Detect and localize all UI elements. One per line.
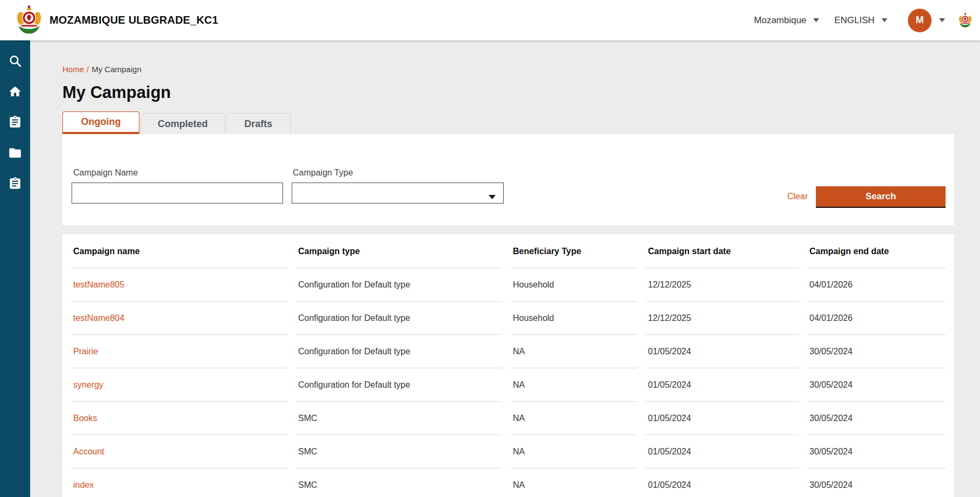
country-selector[interactable]: Mozambique <box>754 15 819 26</box>
app-title: MOZAMBIQUE ULBGRADE_KC1 <box>50 14 218 26</box>
beneficiary-type-cell: NA <box>511 402 637 435</box>
campaign-name-link[interactable]: testName805 <box>73 280 124 289</box>
table-row: testName804 Configuration for Default ty… <box>71 302 946 335</box>
campaign-start-date-cell: 01/05/2024 <box>646 402 799 435</box>
state-emblem-icon <box>958 12 972 29</box>
campaign-type-cell: Configuration for Default type <box>296 268 502 302</box>
campaign-type-cell: Configuration for Default type <box>296 335 502 368</box>
campaign-name-cell: index <box>71 468 287 497</box>
campaign-name-cell: testName804 <box>71 302 287 335</box>
campaign-type-cell: SMC <box>296 402 502 435</box>
home-icon[interactable] <box>8 85 22 99</box>
campaign-end-date-cell: 30/05/2024 <box>807 335 946 368</box>
campaign-name-link[interactable]: synergy <box>73 380 103 389</box>
campaign-table: Campaign nameCampaign typeBeneficiary Ty… <box>62 234 954 497</box>
select-caret-icon <box>489 192 496 201</box>
table-row: Books SMC NA 01/05/2024 30/05/2024 <box>71 402 946 435</box>
table-row: index SMC NA 01/05/2024 30/05/2024 <box>71 468 946 497</box>
campaign-type-label: Campaign Type <box>293 168 353 178</box>
campaign-name-cell: testName805 <box>71 268 287 302</box>
beneficiary-type-cell: NA <box>511 368 637 402</box>
campaign-name-link[interactable]: Account <box>73 447 104 456</box>
campaign-table-card: Campaign nameCampaign typeBeneficiary Ty… <box>62 234 954 497</box>
campaign-end-date-cell: 30/05/2024 <box>807 402 946 435</box>
breadcrumb: Home/My Campaign <box>62 65 954 73</box>
table-row: Account SMC NA 01/05/2024 30/05/2024 <box>71 435 946 468</box>
campaign-start-date-cell: 01/05/2024 <box>646 435 799 468</box>
user-menu-caret-icon[interactable] <box>939 18 945 22</box>
tab-label: Ongoing <box>81 116 121 128</box>
clipboard-icon[interactable] <box>8 115 22 129</box>
campaign-start-date-cell: 01/05/2024 <box>646 335 799 368</box>
table-row: testName805 Configuration for Default ty… <box>71 268 946 302</box>
campaign-end-date-cell: 30/05/2024 <box>807 435 946 468</box>
search-button[interactable]: Search <box>816 186 946 208</box>
tab-completed[interactable]: Completed <box>141 113 224 134</box>
table-row: Prairie Configuration for Default type N… <box>71 335 946 368</box>
state-emblem-icon <box>15 5 43 36</box>
tab-ongoing[interactable]: Ongoing <box>62 111 139 134</box>
tab-label: Completed <box>158 118 208 130</box>
country-selector-label: Mozambique <box>754 15 806 26</box>
campaign-type-select[interactable] <box>292 183 504 204</box>
campaign-table-body: testName805 Configuration for Default ty… <box>71 268 946 497</box>
campaign-type-cell: Configuration for Default type <box>296 302 502 335</box>
campaign-name-link[interactable]: Books <box>73 414 97 423</box>
breadcrumb-home-link[interactable]: Home <box>62 65 84 74</box>
language-selector[interactable]: ENGLISH <box>834 15 887 26</box>
campaign-end-date-cell: 30/05/2024 <box>807 468 946 497</box>
campaign-name-cell: Prairie <box>71 335 287 368</box>
campaign-name-cell: Books <box>71 402 287 435</box>
column-header-campaign-type: Campaign type <box>296 234 502 268</box>
folder-icon[interactable] <box>8 146 22 160</box>
campaign-name-link[interactable]: Prairie <box>73 347 98 356</box>
campaign-name-link[interactable]: testName804 <box>73 313 124 323</box>
tab-drafts[interactable]: Drafts <box>226 113 291 134</box>
breadcrumb-current: My Campaign <box>91 65 142 74</box>
tab-label: Drafts <box>244 118 272 130</box>
campaign-name-input[interactable] <box>72 183 283 204</box>
chevron-down-icon <box>813 18 819 22</box>
campaign-end-date-cell: 04/01/2026 <box>807 302 946 335</box>
campaign-name-cell: synergy <box>71 368 287 402</box>
column-header-campaign-end-date: Campaign end date <box>807 234 946 268</box>
column-header-campaign-start-date: Campaign start date <box>646 234 799 268</box>
campaign-start-date-cell: 01/05/2024 <box>646 368 799 402</box>
top-header: MOZAMBIQUE ULBGRADE_KC1 Mozambique ENGLI… <box>0 0 980 40</box>
breadcrumb-separator: / <box>87 65 89 74</box>
clear-button[interactable]: Clear <box>787 192 808 201</box>
campaign-name-link[interactable]: index <box>73 480 94 489</box>
chevron-down-icon <box>882 18 887 22</box>
beneficiary-type-cell: NA <box>511 468 637 497</box>
main-content: Home/My Campaign My Campaign OngoingComp… <box>30 40 980 497</box>
campaign-start-date-cell: 12/12/2025 <box>646 302 799 335</box>
tabs: OngoingCompletedDrafts <box>62 111 954 134</box>
campaign-type-cell: SMC <box>296 435 502 468</box>
search-icon[interactable] <box>8 54 22 68</box>
beneficiary-type-cell: Household <box>511 268 637 302</box>
campaign-name-label: Campaign Name <box>73 168 138 178</box>
left-sidebar <box>0 40 30 497</box>
campaign-start-date-cell: 01/05/2024 <box>646 468 799 497</box>
clipboard-icon[interactable] <box>8 177 22 191</box>
campaign-end-date-cell: 04/01/2026 <box>807 268 946 302</box>
campaign-table-header-row: Campaign nameCampaign typeBeneficiary Ty… <box>71 234 946 268</box>
campaign-type-cell: SMC <box>296 468 502 497</box>
language-selector-label: ENGLISH <box>834 15 875 26</box>
page-title: My Campaign <box>62 83 954 102</box>
beneficiary-type-cell: NA <box>511 435 637 468</box>
campaign-start-date-cell: 12/12/2025 <box>646 268 799 302</box>
beneficiary-type-cell: Household <box>511 302 637 335</box>
campaign-end-date-cell: 30/05/2024 <box>807 368 946 402</box>
column-header-beneficiary-type: Beneficiary Type <box>511 234 637 268</box>
column-header-campaign-name: Campaign name <box>71 234 287 268</box>
campaign-name-cell: Account <box>71 435 287 468</box>
campaign-type-cell: Configuration for Default type <box>296 368 502 402</box>
filter-panel: Campaign Name Campaign Type Clear Search <box>62 134 954 225</box>
table-row: synergy Configuration for Default type N… <box>71 368 946 402</box>
user-avatar[interactable]: M <box>908 9 932 32</box>
beneficiary-type-cell: NA <box>511 335 637 368</box>
